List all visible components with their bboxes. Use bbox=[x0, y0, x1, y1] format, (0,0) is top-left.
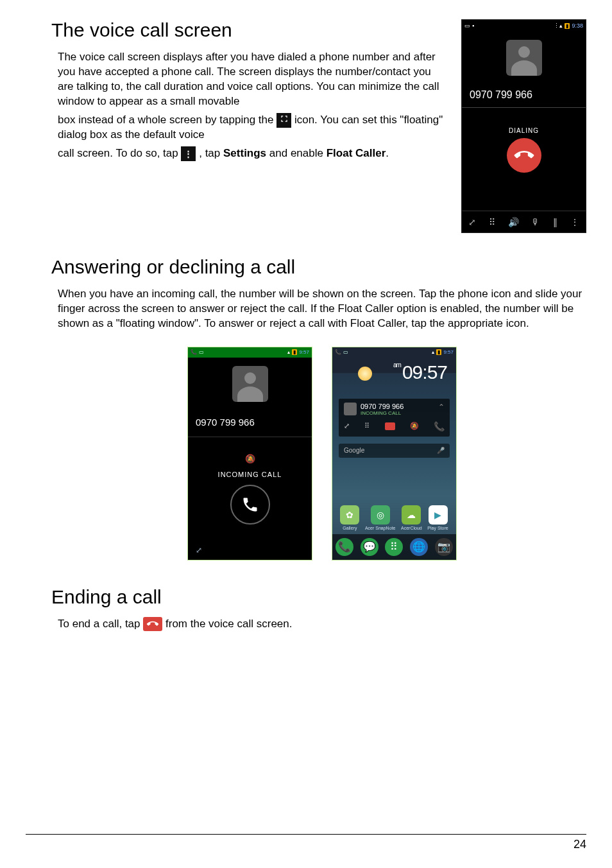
wifi-icon: ▴ bbox=[287, 349, 290, 355]
app-gallery[interactable]: ✿Gallery bbox=[340, 505, 359, 530]
float-avatar bbox=[344, 403, 357, 415]
call-icon: 📞 bbox=[191, 349, 197, 355]
status-time: 9:38 bbox=[572, 22, 583, 29]
float-silence-icon[interactable]: 🔕 bbox=[410, 422, 419, 430]
search-placeholder: Google bbox=[344, 444, 364, 458]
minimize-icon[interactable]: ⤢ bbox=[188, 535, 312, 560]
home-clock: am09:57 bbox=[393, 361, 447, 383]
nav-camera-icon[interactable]: 📷 bbox=[435, 538, 453, 556]
mute-icon[interactable]: 🎙 bbox=[531, 217, 540, 227]
notif-icon-2: ▪ bbox=[472, 22, 474, 29]
voice-p3c: and enable bbox=[269, 147, 327, 159]
float-caller-screenshot: 📞 ▭ ▴ ▮ 9:57 am09:57 ⌃ bbox=[332, 347, 457, 560]
answer-slider[interactable] bbox=[230, 485, 270, 525]
ending-p1a: To end a call, tap bbox=[58, 618, 143, 630]
dialing-label: DIALING bbox=[509, 127, 539, 134]
ending-section-title: Ending a call bbox=[51, 586, 586, 608]
page-number: 24 bbox=[574, 838, 586, 851]
voice-p2a: box instead of a whole screen by tapping… bbox=[58, 114, 276, 126]
notif-icon: ▭ bbox=[464, 22, 470, 29]
nav-messages-icon[interactable]: 💬 bbox=[361, 538, 378, 556]
more-icon[interactable]: ⋮ bbox=[570, 217, 579, 227]
answering-section-title: Answering or declining a call bbox=[51, 256, 586, 278]
voice-p3a: call screen. To do so, tap bbox=[58, 147, 181, 159]
call-icon: 📞 bbox=[335, 349, 341, 355]
incoming-label: INCOMING CALL bbox=[188, 471, 312, 478]
wifi-icon: ⋮▴ bbox=[554, 22, 563, 29]
notif-icon: ▭ bbox=[199, 349, 204, 355]
battery-icon: ▮ bbox=[292, 349, 297, 355]
google-search-bar[interactable]: Google 🎤 bbox=[339, 444, 450, 458]
answering-p1: When you have an incoming call, the numb… bbox=[58, 287, 586, 331]
pause-icon[interactable]: ‖ bbox=[553, 217, 557, 227]
nav-browser-icon[interactable]: 🌐 bbox=[410, 538, 428, 556]
dialing-screenshot: ▭ ▪ ⋮▴ ▮ 9:38 0970 799 966 DIALING ⤢ bbox=[461, 19, 586, 233]
contact-avatar bbox=[232, 366, 268, 402]
dialpad-icon[interactable]: ⠿ bbox=[489, 217, 495, 227]
float-decline-button[interactable] bbox=[385, 422, 395, 430]
wifi-icon: ▴ bbox=[432, 349, 434, 355]
speaker-icon[interactable]: 🔊 bbox=[508, 217, 519, 227]
app-acercloud[interactable]: ☁AcerCloud bbox=[401, 505, 422, 530]
float-caller-window[interactable]: ⌃ 0970 799 966 INCOMING CALL ⤢ ⠿ 🔕 📞 bbox=[339, 399, 450, 437]
float-dialpad-icon[interactable]: ⠿ bbox=[364, 422, 370, 430]
ending-p1b: from the voice call screen. bbox=[166, 618, 292, 630]
voice-section-title: The voice call screen bbox=[51, 19, 446, 41]
nav-phone-icon[interactable]: 📞 bbox=[336, 538, 353, 556]
nav-apps-icon[interactable]: ⠿ bbox=[385, 538, 403, 556]
voice-p3b: , tap bbox=[199, 147, 223, 159]
status-time: 9:57 bbox=[443, 349, 454, 355]
dialed-number: 0970 799 966 bbox=[462, 84, 586, 108]
weather-sun-icon bbox=[358, 367, 372, 381]
minimize-icon[interactable]: ⤢ bbox=[468, 217, 476, 227]
app-playstore[interactable]: ▶Play Store bbox=[427, 505, 448, 530]
voice-p3d: . bbox=[386, 147, 389, 159]
app-snapnote[interactable]: ◎Acer SnapNote bbox=[365, 505, 395, 530]
float-number: 0970 799 966 bbox=[361, 403, 404, 410]
float-minimize-icon[interactable]: ⤢ bbox=[344, 422, 350, 430]
voice-search-icon[interactable]: 🎤 bbox=[437, 444, 445, 458]
float-incoming-label: INCOMING CALL bbox=[361, 410, 404, 416]
voice-p1: The voice call screen displays after you… bbox=[58, 50, 446, 109]
silence-icon[interactable]: 🔕 bbox=[245, 454, 255, 464]
notif-icon: ▭ bbox=[343, 349, 348, 355]
overflow-menu-icon: ⋮ bbox=[181, 146, 196, 161]
status-time: 9:57 bbox=[299, 349, 309, 355]
incoming-number: 0970 799 966 bbox=[188, 410, 312, 437]
contact-avatar bbox=[506, 40, 542, 76]
float-answer-button[interactable]: 📞 bbox=[434, 421, 445, 431]
footer-divider bbox=[26, 834, 586, 835]
incoming-screenshot: 📞 ▭ ▴ ▮ 9:57 0970 799 966 🔕 INCOMING CAL… bbox=[187, 347, 312, 560]
float-caller-label: Float Caller bbox=[327, 147, 386, 159]
battery-icon: ▮ bbox=[436, 349, 441, 355]
battery-icon: ▮ bbox=[565, 23, 570, 29]
hangup-icon bbox=[143, 617, 162, 631]
settings-label: Settings bbox=[223, 147, 266, 159]
expand-icon[interactable]: ⌃ bbox=[438, 403, 445, 412]
hangup-button[interactable] bbox=[507, 138, 541, 173]
minimize-icon bbox=[276, 113, 291, 128]
